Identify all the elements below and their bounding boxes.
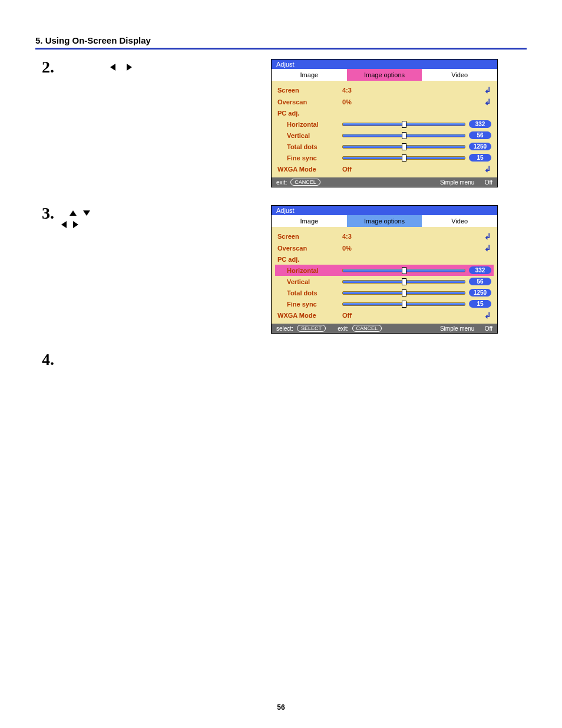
section-header: 5. Using On-Screen Display bbox=[35, 35, 527, 50]
osd-panel-1: Adjust Image Image options Video Screen … bbox=[271, 59, 498, 187]
label-wxga: WXGA Mode bbox=[277, 166, 342, 173]
slider-thumb[interactable] bbox=[402, 301, 406, 308]
slider-totaldots[interactable] bbox=[342, 291, 465, 295]
cancel-button[interactable]: CANCEL bbox=[352, 325, 382, 332]
footer-simple-menu: Simple menu bbox=[440, 325, 474, 332]
triangle-right-icon bbox=[127, 64, 132, 71]
tab-image-options[interactable]: Image options bbox=[347, 215, 422, 227]
slider-horizontal[interactable] bbox=[342, 123, 465, 126]
osd-title: Adjust bbox=[272, 206, 497, 215]
row-pcadj: PC adj. bbox=[277, 254, 491, 265]
select-button[interactable]: SELECT bbox=[297, 325, 326, 332]
step-3-row: 3. Adjust Image Image options Video Scre… bbox=[35, 205, 527, 334]
slider-finesync[interactable] bbox=[342, 302, 465, 306]
row-overscan[interactable]: Overscan 0% ↲ bbox=[277, 96, 491, 108]
pill-vertical: 56 bbox=[469, 131, 491, 139]
triangle-left-icon bbox=[110, 64, 115, 71]
pill-totaldots: 1250 bbox=[469, 289, 491, 297]
label-horizontal: Horizontal bbox=[277, 267, 342, 274]
enter-icon: ↲ bbox=[484, 311, 491, 319]
step-3-number: 3. bbox=[35, 205, 54, 222]
enter-icon: ↲ bbox=[484, 165, 491, 173]
label-horizontal: Horizontal bbox=[277, 121, 342, 128]
step-3-text bbox=[61, 205, 90, 230]
row-vertical[interactable]: Vertical 56 bbox=[277, 276, 491, 287]
value-wxga: Off bbox=[342, 312, 372, 319]
step-4-row: 4. bbox=[35, 351, 527, 368]
row-horizontal[interactable]: Horizontal 332 bbox=[277, 118, 491, 130]
row-finesync[interactable]: Fine sync 15 bbox=[277, 152, 491, 163]
enter-icon: ↲ bbox=[484, 98, 491, 106]
label-overscan: Overscan bbox=[277, 245, 342, 252]
label-finesync: Fine sync bbox=[277, 301, 342, 308]
triangle-left-icon bbox=[61, 221, 67, 228]
row-vertical[interactable]: Vertical 56 bbox=[277, 130, 491, 141]
slider-vertical[interactable] bbox=[342, 134, 465, 137]
step-4-number: 4. bbox=[35, 351, 54, 368]
label-totaldots: Total dots bbox=[277, 143, 342, 150]
osd-footer: exit: CANCEL Simple menu Off bbox=[272, 177, 497, 187]
value-screen: 4:3 bbox=[342, 87, 372, 94]
row-pcadj: PC adj. bbox=[277, 108, 491, 118]
slider-horizontal[interactable] bbox=[342, 269, 465, 272]
value-screen: 4:3 bbox=[342, 233, 372, 240]
step-2-text bbox=[61, 59, 132, 73]
value-wxga: Off bbox=[342, 166, 372, 173]
slider-totaldots[interactable] bbox=[342, 145, 465, 149]
pill-totaldots: 1250 bbox=[469, 143, 491, 150]
osd-tabs: Image Image options Video bbox=[272, 69, 497, 81]
osd-tabs: Image Image options Video bbox=[272, 215, 497, 227]
row-overscan[interactable]: Overscan 0% ↲ bbox=[277, 242, 491, 254]
row-screen[interactable]: Screen 4:3 ↲ bbox=[277, 230, 491, 242]
slider-thumb[interactable] bbox=[402, 121, 406, 128]
tab-image[interactable]: Image bbox=[272, 215, 347, 227]
pill-horizontal: 332 bbox=[469, 266, 491, 274]
tab-video[interactable]: Video bbox=[422, 215, 497, 227]
enter-icon: ↲ bbox=[484, 86, 491, 94]
footer-select-label: select: bbox=[276, 325, 293, 332]
osd-title: Adjust bbox=[272, 60, 497, 69]
row-screen[interactable]: Screen 4:3 ↲ bbox=[277, 84, 491, 96]
enter-icon: ↲ bbox=[484, 244, 491, 252]
slider-thumb[interactable] bbox=[402, 278, 406, 285]
pill-horizontal: 332 bbox=[469, 120, 491, 128]
slider-thumb[interactable] bbox=[402, 267, 406, 274]
label-pcadj: PC adj. bbox=[277, 256, 342, 263]
pill-finesync: 15 bbox=[469, 154, 491, 162]
cancel-button[interactable]: CANCEL bbox=[290, 179, 320, 186]
tab-video[interactable]: Video bbox=[422, 69, 497, 81]
row-finesync[interactable]: Fine sync 15 bbox=[277, 298, 491, 309]
osd-footer: select: SELECT exit: CANCEL Simple menu … bbox=[272, 324, 497, 333]
slider-thumb[interactable] bbox=[402, 154, 406, 162]
row-totaldots[interactable]: Total dots 1250 bbox=[277, 287, 491, 298]
step-2-row: 2. Adjust Image Image options Video Scre… bbox=[35, 59, 527, 187]
row-wxga[interactable]: WXGA Mode Off ↲ bbox=[277, 309, 491, 321]
tab-image-options[interactable]: Image options bbox=[347, 69, 422, 81]
slider-vertical[interactable] bbox=[342, 280, 465, 284]
triangle-right-icon bbox=[73, 221, 78, 228]
pill-vertical: 56 bbox=[469, 278, 491, 285]
label-overscan: Overscan bbox=[277, 98, 342, 106]
value-overscan: 0% bbox=[342, 98, 372, 106]
footer-simple-val: Off bbox=[485, 325, 492, 332]
label-wxga: WXGA Mode bbox=[277, 312, 342, 319]
label-pcadj: PC adj. bbox=[277, 110, 342, 117]
value-overscan: 0% bbox=[342, 245, 372, 252]
step-2-number: 2. bbox=[35, 59, 54, 75]
label-screen: Screen bbox=[277, 87, 342, 94]
footer-exit-label: exit: bbox=[276, 179, 287, 186]
slider-thumb[interactable] bbox=[402, 143, 406, 150]
footer-simple-menu: Simple menu bbox=[440, 179, 474, 186]
row-horizontal-highlight[interactable]: Horizontal 332 bbox=[275, 265, 494, 276]
label-totaldots: Total dots bbox=[277, 289, 342, 297]
row-wxga[interactable]: WXGA Mode Off ↲ bbox=[277, 163, 491, 175]
row-totaldots[interactable]: Total dots 1250 bbox=[277, 141, 491, 152]
page-number: 56 bbox=[0, 703, 562, 711]
slider-finesync[interactable] bbox=[342, 156, 465, 160]
label-vertical: Vertical bbox=[277, 132, 342, 139]
tab-image[interactable]: Image bbox=[272, 69, 347, 81]
slider-thumb[interactable] bbox=[402, 132, 406, 139]
slider-thumb[interactable] bbox=[402, 289, 406, 297]
enter-icon: ↲ bbox=[484, 232, 491, 241]
pill-finesync: 15 bbox=[469, 300, 491, 308]
